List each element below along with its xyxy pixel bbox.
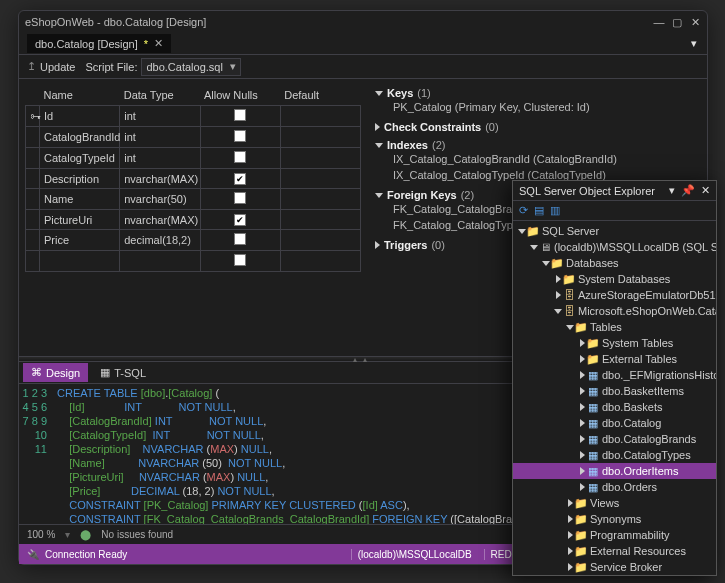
cell-allow-nulls[interactable] bbox=[200, 230, 280, 251]
table-row[interactable]: 🗝Idint bbox=[26, 106, 361, 127]
cell-default[interactable] bbox=[280, 210, 360, 230]
cell-allow-nulls[interactable] bbox=[200, 169, 280, 189]
minimize-button[interactable]: — bbox=[653, 16, 665, 28]
zoom-level[interactable]: 100 % bbox=[27, 529, 55, 540]
cell-default[interactable] bbox=[280, 127, 360, 148]
table-row[interactable]: Pricedecimal(18,2) bbox=[26, 230, 361, 251]
maximize-button[interactable]: ▢ bbox=[671, 16, 683, 28]
cell-default[interactable] bbox=[280, 106, 360, 127]
col-header-name[interactable]: Name bbox=[40, 85, 120, 106]
table-row[interactable]: Descriptionnvarchar(MAX) bbox=[26, 169, 361, 189]
cell-default[interactable] bbox=[280, 230, 360, 251]
tree-node[interactable]: ▦dbo.BasketItems bbox=[513, 383, 716, 399]
cell-name[interactable]: CatalogBrandId bbox=[40, 127, 120, 148]
outline-key-item[interactable]: PK_Catalog (Primary Key, Clustered: Id) bbox=[375, 99, 699, 115]
table-row[interactable]: CatalogTypeIdint bbox=[26, 148, 361, 169]
expand-icon[interactable] bbox=[529, 245, 539, 250]
col-header-default[interactable]: Default bbox=[280, 85, 360, 106]
expand-icon[interactable] bbox=[577, 419, 587, 427]
expand-icon[interactable] bbox=[375, 91, 383, 96]
tree-node[interactable]: 🖥(localdb)\MSSQLLocalDB (SQL Server 13.0… bbox=[513, 239, 716, 255]
tree-node[interactable]: 📁Views bbox=[513, 495, 716, 511]
cell-datatype[interactable]: nvarchar(MAX) bbox=[120, 210, 200, 230]
cell-default[interactable] bbox=[280, 189, 360, 210]
cell-datatype[interactable]: decimal(18,2) bbox=[120, 230, 200, 251]
explorer-titlebar[interactable]: SQL Server Object Explorer ▾ 📌 ✕ bbox=[513, 181, 716, 201]
col-header-datatype[interactable]: Data Type bbox=[120, 85, 200, 106]
outline-indexes-header[interactable]: Indexes (2) bbox=[375, 139, 699, 151]
table-row-new[interactable] bbox=[26, 251, 361, 272]
table-row[interactable]: CatalogBrandIdint bbox=[26, 127, 361, 148]
tab-design[interactable]: ⌘ Design bbox=[23, 363, 88, 382]
expand-icon[interactable] bbox=[577, 387, 587, 395]
cell-name[interactable]: Id bbox=[40, 106, 120, 127]
expand-icon[interactable] bbox=[375, 143, 383, 148]
tree-node[interactable]: 📁Service Broker bbox=[513, 559, 716, 575]
cell-allow-nulls[interactable] bbox=[200, 189, 280, 210]
tree-node[interactable]: 📁External Resources bbox=[513, 543, 716, 559]
tab-dbo-catalog-design[interactable]: dbo.Catalog [Design] * ✕ bbox=[27, 34, 171, 53]
title-bar[interactable]: eShopOnWeb - dbo.Catalog [Design] — ▢ ✕ bbox=[19, 11, 707, 33]
tree-node[interactable]: 📁Synonyms bbox=[513, 511, 716, 527]
tree-node[interactable]: 📁Programmability bbox=[513, 527, 716, 543]
tree-node[interactable]: 📁Tables bbox=[513, 319, 716, 335]
cell-datatype[interactable]: int bbox=[120, 148, 200, 169]
expand-icon[interactable] bbox=[553, 309, 563, 314]
outline-index-item[interactable]: IX_Catalog_CatalogBrandId (CatalogBrandI… bbox=[375, 151, 699, 167]
table-row[interactable]: Namenvarchar(50) bbox=[26, 189, 361, 210]
group-icon[interactable]: ▥ bbox=[550, 204, 560, 217]
tree-node[interactable]: ▦dbo.Orders bbox=[513, 479, 716, 495]
expand-icon[interactable] bbox=[577, 403, 587, 411]
expand-icon[interactable] bbox=[375, 193, 383, 198]
outline-checks-header[interactable]: Check Constraints (0) bbox=[375, 121, 699, 133]
tab-close-icon[interactable]: ✕ bbox=[154, 37, 163, 50]
sql-server-object-explorer[interactable]: SQL Server Object Explorer ▾ 📌 ✕ ⟳ ▤ ▥ 📁… bbox=[512, 180, 717, 576]
expand-icon[interactable] bbox=[375, 123, 380, 131]
tree-node[interactable]: ▦dbo.Catalog bbox=[513, 415, 716, 431]
cell-datatype[interactable]: nvarchar(MAX) bbox=[120, 169, 200, 189]
expand-icon[interactable] bbox=[553, 291, 563, 299]
tab-tsql[interactable]: ▦ T-SQL bbox=[92, 363, 154, 382]
expand-icon[interactable] bbox=[577, 451, 587, 459]
cell-name[interactable]: CatalogTypeId bbox=[40, 148, 120, 169]
refresh-icon[interactable]: ⟳ bbox=[519, 204, 528, 217]
script-file-combo[interactable]: dbo.Catalog.sql ▾ bbox=[141, 58, 241, 76]
tab-overflow-button[interactable]: ▾ bbox=[691, 37, 707, 50]
col-header-allow-nulls[interactable]: Allow Nulls bbox=[200, 85, 280, 106]
tree-node[interactable]: ▦dbo.OrderItems bbox=[513, 463, 716, 479]
outline-keys-header[interactable]: Keys (1) bbox=[375, 87, 699, 99]
cell-name[interactable]: Price bbox=[40, 230, 120, 251]
update-arrow-icon[interactable]: ↥ bbox=[27, 60, 36, 73]
expand-icon[interactable] bbox=[375, 241, 380, 249]
update-button[interactable]: Update bbox=[40, 61, 75, 73]
cell-name[interactable]: PictureUri bbox=[40, 210, 120, 230]
tree-node[interactable]: ▦dbo.CatalogTypes bbox=[513, 447, 716, 463]
tree-node[interactable]: ▦dbo.CatalogBrands bbox=[513, 431, 716, 447]
tree-node[interactable]: 📁Databases bbox=[513, 255, 716, 271]
cell-allow-nulls[interactable] bbox=[200, 127, 280, 148]
tree-node[interactable]: 📁External Tables bbox=[513, 351, 716, 367]
explorer-dropdown-icon[interactable]: ▾ bbox=[669, 184, 675, 197]
close-button[interactable]: ✕ bbox=[689, 16, 701, 28]
tree-node[interactable]: 📁System Tables bbox=[513, 335, 716, 351]
cell-datatype[interactable]: nvarchar(50) bbox=[120, 189, 200, 210]
tree-node[interactable]: 🗄AzureStorageEmulatorDb510 bbox=[513, 287, 716, 303]
cell-allow-nulls[interactable] bbox=[200, 210, 280, 230]
cell-name[interactable]: Description bbox=[40, 169, 120, 189]
expand-icon[interactable] bbox=[577, 467, 587, 475]
add-server-icon[interactable]: ▤ bbox=[534, 204, 544, 217]
explorer-tree[interactable]: 📁SQL Server🖥(localdb)\MSSQLLocalDB (SQL … bbox=[513, 221, 716, 575]
tree-node[interactable]: ▦dbo._EFMigrationsHistory bbox=[513, 367, 716, 383]
cell-allow-nulls[interactable] bbox=[200, 148, 280, 169]
expand-icon[interactable] bbox=[577, 435, 587, 443]
tree-node[interactable]: 📁SQL Server bbox=[513, 223, 716, 239]
tree-node[interactable]: 🗄Microsoft.eShopOnWeb.CatalogDb bbox=[513, 303, 716, 319]
expand-icon[interactable] bbox=[577, 483, 587, 491]
pin-icon[interactable]: 📌 bbox=[681, 184, 695, 197]
tree-node[interactable]: ▦dbo.Baskets bbox=[513, 399, 716, 415]
table-row[interactable]: PictureUrinvarchar(MAX) bbox=[26, 210, 361, 230]
expand-icon[interactable] bbox=[577, 371, 587, 379]
columns-grid[interactable]: Name Data Type Allow Nulls Default 🗝Idin… bbox=[19, 79, 367, 356]
cell-datatype[interactable]: int bbox=[120, 106, 200, 127]
cell-default[interactable] bbox=[280, 169, 360, 189]
